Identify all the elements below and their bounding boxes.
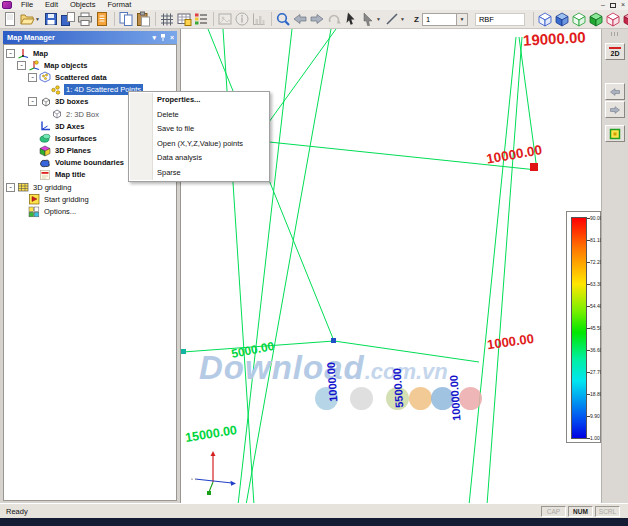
menu-bar: FileEditObjectsFormat – × bbox=[0, 0, 628, 10]
tree-item-label: Scattered data bbox=[53, 72, 109, 83]
tree-item-label: Start gridding bbox=[42, 194, 91, 205]
cube-green-solid-button[interactable] bbox=[588, 11, 604, 27]
colorbar-tick-label: 72.20 bbox=[590, 259, 601, 265]
tree-item-start-gridding[interactable]: Start gridding bbox=[4, 193, 176, 205]
image-button bbox=[217, 11, 233, 27]
tree-item-map[interactable]: -Map bbox=[4, 47, 176, 59]
tree-item-label: 3D Planes bbox=[53, 145, 93, 156]
axis-label-red-19000: 19000.00 bbox=[523, 29, 586, 49]
bottom-edge-strip bbox=[0, 518, 628, 526]
close-button[interactable]: × bbox=[621, 1, 625, 9]
menu-objects[interactable]: Objects bbox=[64, 0, 101, 10]
axes3d-icon bbox=[39, 120, 51, 132]
chevron-down-icon[interactable]: ▼ bbox=[400, 16, 405, 22]
context-menu-item-delete[interactable]: Delete bbox=[129, 108, 269, 123]
z-scale-value: 1 bbox=[426, 15, 430, 24]
toolbar-separator bbox=[155, 12, 156, 26]
print-button[interactable] bbox=[77, 11, 93, 27]
context-menu-item-save-to-file[interactable]: Save to file bbox=[129, 122, 269, 137]
legend-button[interactable] bbox=[193, 11, 209, 27]
previous-view-button[interactable] bbox=[292, 11, 308, 27]
expand-toggle[interactable]: - bbox=[6, 183, 15, 192]
tree-item-3d-gridding[interactable]: -3D gridding bbox=[4, 181, 176, 193]
copy-button[interactable] bbox=[118, 11, 134, 27]
panel-menu-icon[interactable]: ▾ bbox=[152, 34, 156, 41]
tree-item-label: Options... bbox=[42, 206, 78, 217]
status-message: Ready bbox=[6, 507, 28, 516]
z-scale-combobox[interactable]: 1 ▼ bbox=[422, 13, 468, 26]
chevron-down-icon[interactable]: ▼ bbox=[456, 14, 467, 25]
menu-format[interactable]: Format bbox=[101, 0, 137, 10]
color-scale-legend: 90.0081.1072.2063.3054.4045.5036.6027.70… bbox=[566, 211, 601, 443]
gridding-method-value: RBF bbox=[479, 15, 494, 24]
main-toolbar: ▼▼▼ Z 1 ▼ RBF bbox=[0, 10, 628, 29]
cube-blue-wire-button[interactable] bbox=[537, 11, 553, 27]
grid-button[interactable] bbox=[159, 11, 175, 27]
menu-edit[interactable]: Edit bbox=[39, 0, 64, 10]
tree-item-label: Map bbox=[31, 48, 50, 59]
line-tool-button[interactable]: ▼ bbox=[384, 11, 407, 27]
z-scale-label: Z bbox=[414, 15, 419, 24]
save-button[interactable] bbox=[43, 11, 59, 27]
grid-view-button[interactable] bbox=[605, 125, 625, 142]
expand-toggle[interactable]: - bbox=[17, 61, 26, 70]
isosurfaces-icon bbox=[39, 132, 51, 144]
colorbar-tick-label: 90.00 bbox=[590, 215, 601, 221]
expand-toggle[interactable]: - bbox=[6, 49, 15, 58]
paste-button[interactable] bbox=[135, 11, 151, 27]
toolbar-grip[interactable] bbox=[611, 32, 620, 36]
zoom-button[interactable] bbox=[275, 11, 291, 27]
planes3d-icon bbox=[39, 145, 51, 157]
expand-spacer bbox=[28, 122, 37, 131]
context-menu-item-open-x-y-z-value-points[interactable]: Open (X,Y,Z,Value) points bbox=[129, 137, 269, 152]
cube-blue-solid-button[interactable] bbox=[554, 11, 570, 27]
cube-green-wire-button[interactable] bbox=[571, 11, 587, 27]
context-menu-item-data-analysis[interactable]: Data analysis bbox=[129, 151, 269, 166]
tree-item-label: Map objects bbox=[42, 60, 89, 71]
minimize-button[interactable]: – bbox=[601, 1, 605, 9]
close-panel-icon[interactable]: × bbox=[170, 34, 174, 41]
panel-title-tools: ▾ × bbox=[152, 31, 174, 44]
context-menu: Properties...DeleteSave to fileOpen (X,Y… bbox=[128, 91, 270, 182]
menu-file[interactable]: File bbox=[15, 0, 39, 10]
save-copy-button[interactable] bbox=[60, 11, 76, 27]
tree-item-label: 3D gridding bbox=[31, 182, 73, 193]
context-menu-item-properties[interactable]: Properties... bbox=[129, 93, 269, 108]
tree-item-label: Isosurfaces bbox=[53, 133, 99, 144]
data-point-marker-red[interactable] bbox=[530, 163, 538, 171]
panel-title-bar[interactable]: Map Manager ▾ × bbox=[3, 31, 177, 44]
chevron-down-icon[interactable]: ▼ bbox=[35, 16, 40, 22]
expand-toggle[interactable]: - bbox=[28, 97, 37, 106]
expand-spacer bbox=[28, 170, 37, 179]
gridding-method-combobox[interactable]: RBF bbox=[475, 13, 525, 26]
next-view-button[interactable] bbox=[605, 101, 625, 118]
colorbar-tick-label: 18.80 bbox=[590, 391, 601, 397]
tree-item-options[interactable]: Options... bbox=[4, 205, 176, 217]
view-2d-button[interactable]: 2D bbox=[605, 43, 625, 60]
cube-red-wire-button[interactable] bbox=[605, 11, 621, 27]
data-point-marker-blue[interactable] bbox=[331, 338, 336, 343]
previous-view-button[interactable] bbox=[605, 83, 625, 100]
status-indicator-cap: CAP bbox=[541, 506, 566, 517]
cube-red-solid-button[interactable] bbox=[622, 11, 628, 27]
restore-button[interactable] bbox=[610, 3, 616, 8]
open-file-button[interactable]: ▼ bbox=[19, 11, 42, 27]
expand-spacer bbox=[17, 207, 26, 216]
tree-item-map-objects[interactable]: -Map objects bbox=[4, 59, 176, 71]
tree-item-scattered-data[interactable]: -Scattered data bbox=[4, 71, 176, 83]
pin-icon[interactable] bbox=[160, 34, 166, 42]
data-point-marker-teal[interactable] bbox=[181, 349, 186, 354]
watermark-text: Download bbox=[199, 349, 365, 386]
grid-settings-button[interactable] bbox=[176, 11, 192, 27]
new-document-button[interactable] bbox=[2, 11, 18, 27]
scattered-data-icon bbox=[39, 71, 51, 83]
select-arrow-button[interactable]: ▼ bbox=[360, 11, 383, 27]
chevron-down-icon[interactable]: ▼ bbox=[376, 16, 381, 22]
context-menu-item-sparse[interactable]: Sparse bbox=[129, 166, 269, 181]
expand-toggle[interactable]: - bbox=[28, 73, 37, 82]
pointer-button[interactable] bbox=[343, 11, 359, 27]
export-document-button[interactable] bbox=[94, 11, 110, 27]
colorbar-tick-label: 54.40 bbox=[590, 303, 601, 309]
map-objects-icon bbox=[28, 59, 40, 71]
next-view-button[interactable] bbox=[309, 11, 325, 27]
